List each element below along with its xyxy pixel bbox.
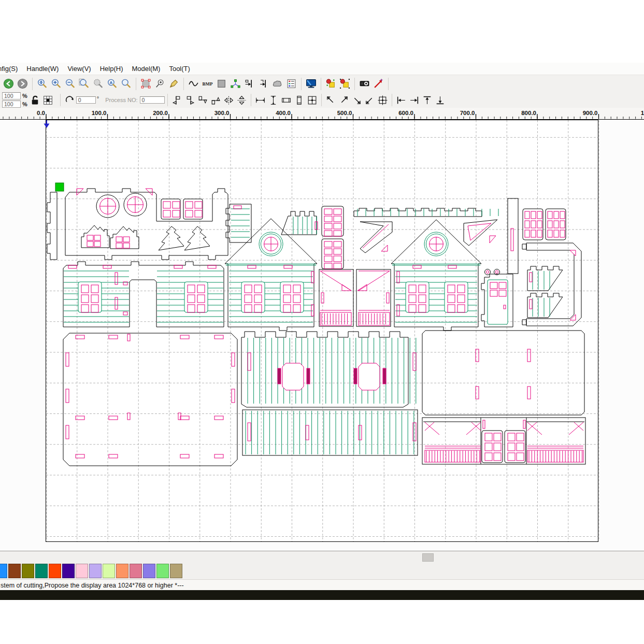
rotate-angle-input[interactable]: 0 [76,96,96,104]
palette-swatch-11[interactable] [143,564,155,578]
same-size-v-icon[interactable] [293,94,306,107]
align-top-left-icon[interactable] [324,94,337,107]
scale-y-percent-label: % [22,101,27,107]
toolbar-separator [301,78,302,90]
palette-swatch-9[interactable] [116,564,128,578]
same-size-h-icon[interactable] [280,94,293,107]
palette-swatch-7[interactable] [89,564,102,578]
toolbar-separator [136,78,136,90]
array-copy2-icon[interactable] [338,77,352,91]
svg-text:400.0: 400.0 [276,110,291,116]
status-text: stem of cutting,Propose the display area… [0,582,184,589]
rotate-icon[interactable] [63,94,76,107]
toolbar-separator [183,78,184,90]
scale-y-input[interactable]: 100 [2,101,21,108]
svg-text:200.0: 200.0 [153,110,168,116]
app-window: nfig(S)Handle(W)View(V)Help(H)Model(M)To… [0,0,644,644]
svg-text:500.0: 500.0 [337,110,352,116]
svg-text:900.0: 900.0 [583,110,598,116]
zoom-in-icon[interactable] [49,77,63,91]
zoom-out-icon[interactable] [63,77,77,91]
align-top-right-icon[interactable] [337,94,350,107]
distribute-top-icon[interactable] [421,94,434,107]
palette-swatch-3[interactable] [35,564,48,578]
layer-list-icon[interactable] [284,77,298,91]
anchor-square[interactable] [55,183,64,191]
mirror-v-b-icon[interactable] [209,94,222,107]
mirror-v-a-icon[interactable] [196,94,209,107]
palette-swatch-5[interactable] [62,564,75,578]
palette-swatch-1[interactable] [8,564,21,578]
same-size-all-icon[interactable] [306,94,319,107]
svg-text:100.0: 100.0 [92,110,107,116]
toolbar-main: ABMP [0,75,644,93]
toolbar-separator [392,94,392,106]
distribute-right-icon[interactable] [408,94,421,107]
menu-item-1[interactable]: Handle(W) [26,65,59,73]
lock-ratio-icon[interactable] [28,94,41,107]
palette-swatch-2[interactable] [22,564,34,578]
zoom-page-icon[interactable] [77,77,91,91]
pen-cut-icon[interactable] [167,77,181,91]
curve-icon[interactable] [187,77,201,91]
process-no-input[interactable]: 0 [140,96,165,104]
degree-label: ° [97,95,99,102]
palette-swatch-10[interactable] [130,564,142,578]
marker-out-icon[interactable] [256,77,270,91]
mirror-h-b-icon[interactable] [183,94,196,107]
palette-swatch-4[interactable] [49,564,61,578]
toolbar-separator [321,78,321,90]
anchor-grid-icon[interactable] [41,94,54,107]
zoom-plain-icon[interactable] [119,77,133,91]
scale-x-percent-label: % [22,93,27,99]
bmp-icon[interactable]: BMP [201,77,214,91]
menu-item-3[interactable]: Help(H) [100,65,123,73]
svg-text:1000.0: 1000.0 [641,110,644,116]
back-icon[interactable] [2,77,16,91]
svg-text:600.0: 600.0 [398,110,413,116]
scale-x-input[interactable]: 100 [2,92,21,99]
menu-item-2[interactable]: View(V) [67,65,91,73]
toolbar-separator [388,78,389,90]
laser-head-icon[interactable] [357,77,371,91]
menu-item-4[interactable]: Model(M) [132,65,161,73]
distribute-left-icon[interactable] [395,94,408,107]
select-rect-icon[interactable] [139,77,153,91]
svg-text:300.0: 300.0 [214,110,230,116]
rect-tool-icon[interactable] [214,77,228,91]
palette-swatch-6[interactable] [76,564,88,578]
array-copy-icon[interactable] [324,77,338,91]
node-edit-icon[interactable] [153,77,167,91]
toolbar-separator [321,94,322,106]
blob-tool-icon[interactable] [270,77,284,91]
palette-swatch-13[interactable] [170,564,182,578]
toolbar-separator [32,78,33,90]
same-width-icon[interactable] [254,94,267,107]
flip-v-icon[interactable] [235,94,248,107]
forward-icon[interactable] [16,77,30,91]
align-bottom-right-icon[interactable] [350,94,363,107]
mirror-h-a-icon[interactable] [170,94,183,107]
flip-h-icon[interactable] [222,94,235,107]
same-height-icon[interactable] [267,94,280,107]
palette-swatch-8[interactable] [103,564,115,578]
svg-text:0.0: 0.0 [37,110,45,116]
node-tool-icon[interactable] [228,77,242,91]
palette-swatch-12[interactable] [156,564,169,578]
zoom-auto-icon[interactable]: A [105,77,119,91]
canvas-area[interactable] [0,120,644,551]
scrollbar-thumb[interactable] [422,553,434,562]
preview-monitor-icon[interactable] [304,77,318,91]
distribute-bottom-icon[interactable] [434,94,447,107]
marker-in-icon[interactable] [242,77,256,91]
horizontal-scrollbar[interactable] [0,551,644,563]
round-window-cutout [96,195,119,218]
menu-item-5[interactable]: Tool(T) [169,65,190,73]
menu-item-0[interactable]: nfig(S) [0,65,18,73]
zoom-pan-icon[interactable] [35,77,49,91]
align-bottom-left-icon[interactable] [363,94,376,107]
align-center-icon[interactable] [376,94,389,107]
laser-pointer-icon[interactable] [371,77,385,91]
zoom-gray-icon[interactable] [91,77,105,91]
palette-swatch-0[interactable] [0,564,7,578]
